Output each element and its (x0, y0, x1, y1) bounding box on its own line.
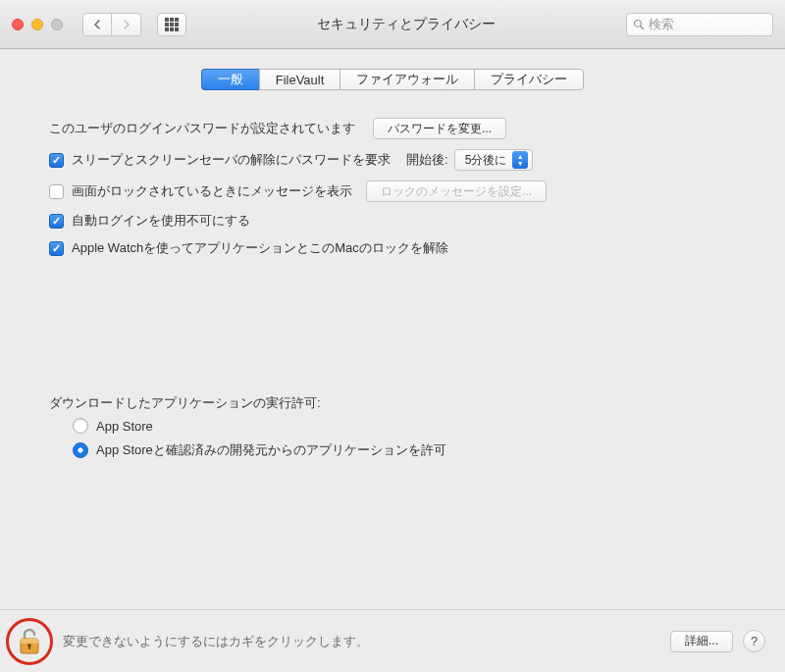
tab-filevault[interactable]: FileVault (259, 69, 340, 90)
search-input[interactable] (649, 17, 766, 31)
tab-bar: 一般 FileVault ファイアウォール プライバシー (29, 69, 756, 90)
lock-highlight-circle (6, 618, 53, 665)
require-password-checkbox[interactable] (49, 153, 64, 168)
require-after-value: 5分後に (465, 152, 507, 169)
window-title: セキュリティとプライバシー (194, 16, 618, 33)
apple-watch-unlock-label: Apple Watchを使ってアプリケーションとこのMacのロックを解除 (72, 239, 448, 257)
tab-firewall[interactable]: ファイアウォール (340, 69, 474, 90)
tab-privacy[interactable]: プライバシー (474, 69, 584, 90)
advanced-button[interactable]: 詳細... (670, 631, 733, 652)
minimize-window-button[interactable] (31, 19, 43, 30)
svg-rect-5 (28, 646, 30, 649)
radio-identified-developers[interactable] (73, 442, 88, 458)
change-password-button[interactable]: パスワードを変更... (373, 118, 506, 139)
require-password-label: スリープとスクリーンセーバの解除にパスワードを要求 (72, 151, 391, 169)
disable-auto-login-label: 自動ログインを使用不可にする (72, 212, 250, 230)
disable-auto-login-checkbox[interactable] (49, 214, 64, 229)
chevron-left-icon (93, 20, 101, 29)
apple-watch-unlock-checkbox[interactable] (49, 241, 64, 256)
close-window-button[interactable] (12, 19, 24, 30)
help-button[interactable]: ? (743, 630, 765, 652)
login-password-section: このユーザのログインパスワードが設定されています パスワードを変更... スリー… (29, 118, 756, 257)
radio-app-store-label: App Store (96, 419, 153, 434)
svg-line-1 (641, 26, 644, 28)
zoom-window-button[interactable] (51, 19, 63, 30)
chevron-right-icon (123, 20, 131, 29)
pane-content: 一般 FileVault ファイアウォール プライバシー このユーザのログインパ… (0, 49, 785, 672)
radio-app-store[interactable] (73, 418, 88, 434)
back-button[interactable] (82, 13, 112, 36)
set-lock-message-button[interactable]: ロックのメッセージを設定... (366, 181, 547, 202)
select-stepper-icon: ▲▼ (512, 151, 528, 169)
svg-rect-3 (21, 639, 38, 644)
allow-downloads-section: ダウンロードしたアプリケーションの実行許可: App Store App Sto… (29, 394, 756, 459)
footer-bar: 変更できないようにするにはカギをクリックします。 詳細... ? (0, 609, 785, 672)
allow-downloads-title: ダウンロードしたアプリケーションの実行許可: (49, 394, 746, 412)
grid-icon (165, 18, 179, 31)
show-all-button[interactable] (157, 13, 186, 36)
show-lock-message-checkbox[interactable] (49, 184, 64, 199)
search-icon (633, 19, 645, 30)
require-after-select[interactable]: 5分後に ▲▼ (454, 149, 534, 171)
show-lock-message-label: 画面がロックされているときにメッセージを表示 (72, 182, 352, 200)
radio-identified-developers-label: App Storeと確認済みの開発元からのアプリケーションを許可 (96, 441, 446, 459)
tab-general[interactable]: 一般 (201, 69, 259, 90)
window-controls (12, 19, 63, 30)
nav-buttons (82, 13, 141, 36)
forward-button[interactable] (112, 13, 141, 36)
lock-hint-text: 変更できないようにするにはカギをクリックします。 (63, 633, 369, 650)
require-after-label: 開始後: (406, 151, 448, 169)
search-field[interactable] (626, 13, 773, 36)
question-mark-icon: ? (751, 634, 758, 648)
lock-icon[interactable] (17, 627, 42, 656)
window-toolbar: セキュリティとプライバシー (0, 0, 785, 49)
password-set-label: このユーザのログインパスワードが設定されています (49, 120, 355, 137)
